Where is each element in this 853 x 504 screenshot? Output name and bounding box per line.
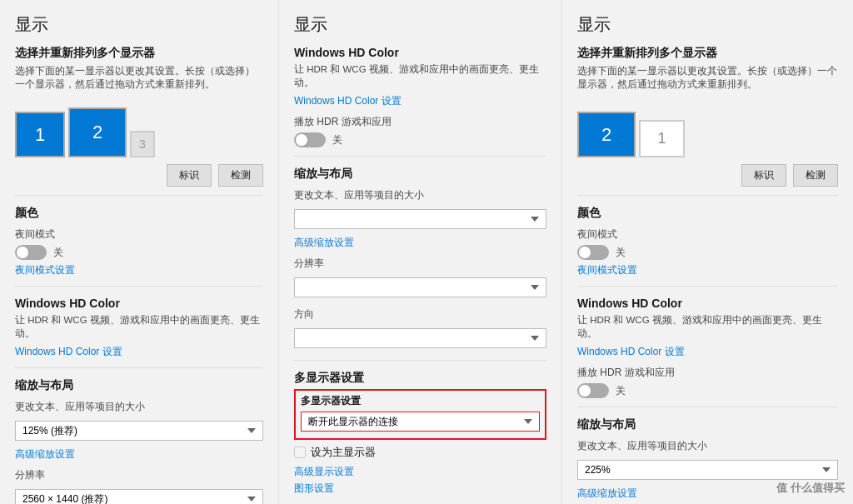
mid-scale-section: 缩放与布局 (294, 167, 546, 182)
mid-checkbox-label: 设为主显示器 (311, 445, 376, 460)
right-description: 选择下面的某一显示器以更改其设置。长按（或选择）一个显示器，然后通过拖动方式来重… (577, 64, 838, 91)
monitor-1[interactable]: 1 (15, 112, 65, 157)
right-scale-wrapper: 225% (577, 457, 838, 483)
left-scale-section: 缩放与布局 (15, 378, 263, 393)
mid-checkbox-row: 设为主显示器 (294, 445, 546, 460)
mid-multi-highlight: 多显示器设置 断开此显示器的连接 (294, 389, 546, 440)
right-subtitle: 选择并重新排列多个显示器 (577, 46, 838, 61)
mid-graphics-link[interactable]: 图形设置 (294, 482, 546, 496)
mid-scale-dropdown[interactable] (294, 209, 546, 229)
right-btn-row: 标识 检测 (577, 164, 838, 187)
left-resolution-dropdown[interactable]: 2560 × 1440 (推荐) (15, 489, 263, 504)
mid-title: 显示 (294, 13, 546, 36)
left-scale-dropdown[interactable]: 125% (推荐) (15, 421, 263, 441)
mid-scale-desc: 更改文本、应用等项目的大小 (294, 188, 546, 202)
right-monitor-1[interactable]: 1 (639, 120, 685, 157)
left-hdr-desc: 让 HDR 和 WCG 视频、游戏和应用中的画面更亮、更生动。 (15, 313, 263, 340)
mid-scale-wrapper (294, 206, 546, 232)
monitor-3[interactable]: 3 (130, 131, 155, 157)
left-night-mode-label: 夜间模式 (15, 227, 263, 242)
left-title: 显示 (15, 13, 263, 36)
right-hdr-toggle-row: 关 (577, 383, 838, 398)
mid-orientation-dropdown[interactable] (294, 328, 546, 348)
left-scale-dropdown-wrapper: 125% (推荐) (15, 417, 263, 444)
right-scale-desc: 更改文本、应用等项目的大小 (577, 439, 838, 453)
left-scale-link[interactable]: 高级缩放设置 (15, 447, 263, 462)
right-panel: 显示 选择并重新排列多个显示器 选择下面的某一显示器以更改其设置。长按（或选择）… (562, 0, 853, 504)
right-color-section: 颜色 (577, 206, 838, 221)
left-description: 选择下面的某一显示器以更改其设置。长按（或选择）一个显示器，然后通过拖动方式来重… (15, 64, 263, 91)
mid-panel: 显示 Windows HD Color 让 HDR 和 WCG 视频、游戏和应用… (279, 0, 562, 504)
right-detect-button[interactable]: 检测 (793, 164, 838, 187)
mid-primary-checkbox[interactable] (294, 447, 306, 458)
left-scale-desc: 更改文本、应用等项目的大小 (15, 400, 263, 414)
right-hdr-desc: 让 HDR 和 WCG 视频、游戏和应用中的画面更亮、更生动。 (577, 313, 838, 340)
left-color-section: 颜色 (15, 206, 263, 221)
mid-resolution-dropdown[interactable] (294, 277, 546, 297)
mid-hdr-toggle[interactable] (294, 132, 326, 147)
right-hdr-link[interactable]: Windows HD Color 设置 (577, 345, 838, 359)
mid-hdr-title: Windows HD Color (294, 46, 546, 59)
right-monitor-area: 2 1 (577, 99, 838, 157)
right-toggle-row: 关 (577, 245, 838, 260)
left-night-toggle[interactable] (15, 245, 47, 260)
left-night-state: 关 (53, 246, 63, 260)
mid-scale-link[interactable]: 高级缩放设置 (294, 236, 546, 250)
left-resolution-wrapper: 2560 × 1440 (推荐) (15, 486, 263, 504)
right-hdr-toggle[interactable] (577, 383, 609, 398)
mid-resolution-wrapper (294, 274, 546, 301)
watermark: 值 什么值得买 (776, 481, 845, 496)
left-subtitle: 选择并重新排列多个显示器 (15, 46, 263, 61)
right-identify-button[interactable]: 标识 (741, 164, 786, 187)
left-resolution-label: 分辨率 (15, 468, 263, 482)
right-hdr-toggle-label: 播放 HDR 游戏和应用 (577, 366, 838, 380)
right-hdr-title: Windows HD Color (577, 297, 838, 310)
mid-orientation-wrapper (294, 325, 546, 352)
left-panel: 显示 选择并重新排列多个显示器 选择下面的某一显示器以更改其设置。长按（或选择）… (0, 0, 279, 504)
right-night-state: 关 (616, 246, 626, 260)
mid-hdr-desc: 让 HDR 和 WCG 视频、游戏和应用中的画面更亮、更生动。 (294, 62, 546, 89)
mid-toggle-row: 关 (294, 132, 546, 147)
right-monitor-2[interactable]: 2 (577, 112, 636, 157)
right-scale-section: 缩放与布局 (577, 417, 838, 432)
left-night-link[interactable]: 夜间模式设置 (15, 263, 263, 277)
right-night-toggle[interactable] (577, 245, 609, 260)
mid-hdr-link[interactable]: Windows HD Color 设置 (294, 94, 546, 108)
left-monitor-area: 1 2 3 (15, 99, 263, 157)
monitor-2[interactable]: 2 (68, 107, 127, 157)
left-btn-row: 标识 检测 (15, 164, 263, 187)
right-title: 显示 (577, 13, 838, 36)
mid-hdr-toggle-label: 播放 HDR 游戏和应用 (294, 115, 546, 129)
mid-multi-label: 多显示器设置 (301, 394, 540, 408)
right-night-label: 夜间模式 (577, 227, 838, 242)
left-identify-button[interactable]: 标识 (167, 164, 212, 187)
mid-multi-section: 多显示器设置 (294, 371, 546, 386)
left-toggle-row: 关 (15, 245, 263, 260)
left-hdr-link[interactable]: Windows HD Color 设置 (15, 345, 263, 359)
right-hdr-state: 关 (616, 384, 626, 398)
mid-multi-dropdown-wrapper: 断开此显示器的连接 (301, 412, 540, 432)
right-night-link[interactable]: 夜间模式设置 (577, 263, 838, 277)
mid-multi-dropdown[interactable]: 断开此显示器的连接 (301, 412, 540, 432)
left-detect-button[interactable]: 检测 (218, 164, 263, 187)
mid-advanced-link[interactable]: 高级显示设置 (294, 465, 546, 479)
mid-hdr-state: 关 (332, 133, 342, 147)
right-scale-dropdown[interactable]: 225% (577, 460, 838, 480)
mid-resolution-label: 分辨率 (294, 257, 546, 271)
mid-orientation-label: 方向 (294, 307, 546, 322)
left-hdr-title: Windows HD Color (15, 297, 263, 310)
